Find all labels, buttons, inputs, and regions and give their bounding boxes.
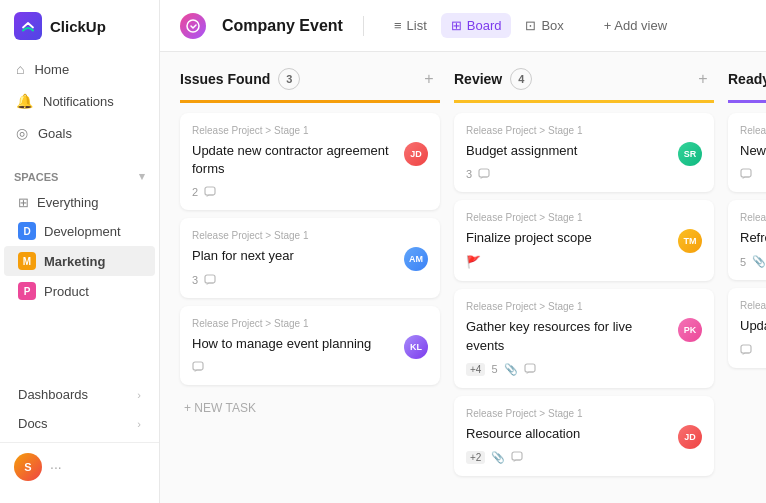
card-breadcrumb: Release Project > Stage 1: [466, 408, 702, 419]
card-footer: [192, 361, 428, 373]
card-title: Gather key resources for live events: [466, 318, 670, 354]
avatar: TM: [678, 229, 702, 253]
svg-rect-5: [525, 364, 535, 372]
spaces-section: Spaces ▾ ⊞ Everything D Development M Ma…: [0, 164, 159, 306]
card-title: Plan for next year: [192, 247, 294, 265]
space-label-development: Development: [44, 224, 121, 239]
table-row[interactable]: Release Project > Stage 1Resource alloca…: [454, 396, 714, 476]
badge-plus: +4: [466, 363, 485, 376]
sidebar-item-dashboards[interactable]: Dashboards ›: [4, 380, 155, 409]
dashboards-label: Dashboards: [18, 387, 88, 402]
space-dot-development: D: [18, 222, 36, 240]
main-content: Company Event ≡ List ⊞ Board ⊡ Box + Add…: [160, 0, 766, 503]
column-count: 4: [510, 68, 532, 90]
table-row[interactable]: Release Project > Stage 1Plan for next y…: [180, 218, 440, 297]
card-footer: 2: [192, 186, 428, 198]
space-dot-marketing: M: [18, 252, 36, 270]
table-row[interactable]: Release Project > Stage 1Gather key reso…: [454, 289, 714, 387]
sidebar-item-everything[interactable]: ⊞ Everything: [4, 189, 155, 216]
space-label-marketing: Marketing: [44, 254, 105, 269]
user-area[interactable]: S ···: [0, 442, 159, 491]
meta-count: 5: [740, 256, 746, 268]
badge-plus: +2: [466, 451, 485, 464]
table-row[interactable]: Release Project > Stage 1Refresh company…: [728, 200, 766, 280]
column-header-issues: Issues Found3+: [180, 68, 440, 103]
comment-icon: [204, 274, 216, 286]
logo[interactable]: ClickUp: [0, 12, 159, 54]
sidebar-item-home[interactable]: ⌂ Home: [8, 54, 151, 84]
tab-board-label: Board: [467, 18, 502, 33]
sidebar-item-marketing[interactable]: M Marketing: [4, 246, 155, 276]
comment-icon: [192, 361, 204, 373]
svg-rect-2: [205, 275, 215, 283]
page-icon: [180, 13, 206, 39]
spaces-header[interactable]: Spaces ▾: [0, 164, 159, 189]
space-label-everything: Everything: [37, 195, 98, 210]
space-label-product: Product: [44, 284, 89, 299]
meta-count: 3: [466, 168, 472, 180]
tab-board[interactable]: ⊞ Board: [441, 13, 512, 38]
sidebar-item-goals[interactable]: ◎ Goals: [8, 118, 151, 148]
nav-items: ⌂ Home 🔔 Notifications ◎ Goals: [0, 54, 159, 148]
card-breadcrumb: Release Project > Stage 1: [192, 230, 428, 241]
add-view-button[interactable]: + Add view: [594, 13, 677, 38]
nav-label-goals: Goals: [38, 126, 72, 141]
spaces-label: Spaces: [14, 171, 58, 183]
table-row[interactable]: Release Project > Stage 1New contractor …: [728, 113, 766, 192]
tab-list[interactable]: ≡ List: [384, 13, 437, 38]
nav-label-notifications: Notifications: [43, 94, 114, 109]
table-row[interactable]: Release Project > Stage 1Budget assignme…: [454, 113, 714, 192]
attachment-icon: 📎: [504, 363, 518, 376]
sidebar-item-docs[interactable]: Docs ›: [4, 409, 155, 438]
card-footer: +45📎: [466, 363, 702, 376]
header: Company Event ≡ List ⊞ Board ⊡ Box + Add…: [160, 0, 766, 52]
svg-rect-7: [741, 169, 751, 177]
table-row[interactable]: Release Project > Stage 1Update new cont…: [180, 113, 440, 210]
sidebar-item-development[interactable]: D Development: [4, 216, 155, 246]
table-row[interactable]: Release Project > Stage 1Finalize projec…: [454, 200, 714, 281]
card-title: Budget assignment: [466, 142, 577, 160]
card-title: New contractor agreement: [740, 142, 766, 160]
sidebar-bottom: Dashboards › Docs › S ···: [0, 380, 159, 491]
new-task-button[interactable]: + NEW TASK: [180, 393, 440, 423]
avatar: SR: [678, 142, 702, 166]
card-breadcrumb: Release Project > Stage 1: [466, 125, 702, 136]
svg-rect-3: [193, 362, 203, 370]
card-footer: [740, 168, 766, 180]
card-breadcrumb: Release Project > Stage 1: [192, 125, 428, 136]
user-menu-icon: ···: [50, 459, 62, 475]
comment-icon: [740, 168, 752, 180]
table-row[interactable]: Release Project > Stage 1Update key obje…: [728, 288, 766, 367]
card-footer: 5📎: [740, 255, 766, 268]
svg-rect-9: [741, 345, 751, 353]
nav-label-home: Home: [34, 62, 69, 77]
card-breadcrumb: Release Project > Stage 1: [740, 300, 766, 311]
board: Issues Found3+Release Project > Stage 1U…: [160, 52, 766, 503]
comment-icon: [204, 186, 216, 198]
column-ready: Ready3+Release Project > Stage 1New cont…: [728, 68, 766, 376]
tab-box-label: Box: [541, 18, 563, 33]
svg-rect-6: [512, 452, 522, 460]
logo-icon: [14, 12, 42, 40]
chevron-right-icon-docs: ›: [137, 418, 141, 430]
avatar: AM: [404, 247, 428, 271]
sidebar-item-product[interactable]: P Product: [4, 276, 155, 306]
card-title: How to manage event planning: [192, 335, 371, 353]
avatar: JD: [678, 425, 702, 449]
column-add-button[interactable]: +: [692, 68, 714, 90]
meta-count: 2: [192, 186, 198, 198]
sidebar-item-notifications[interactable]: 🔔 Notifications: [8, 86, 151, 116]
card-breadcrumb: Release Project > Stage 1: [192, 318, 428, 329]
column-add-button[interactable]: +: [418, 68, 440, 90]
space-dot-product: P: [18, 282, 36, 300]
table-row[interactable]: Release Project > Stage 1How to manage e…: [180, 306, 440, 385]
svg-rect-4: [479, 169, 489, 177]
card-footer: [740, 344, 766, 356]
home-icon: ⌂: [16, 61, 24, 77]
flag-icon: 🚩: [466, 255, 481, 269]
tab-box[interactable]: ⊡ Box: [515, 13, 573, 38]
card-title: Resource allocation: [466, 425, 580, 443]
page-title: Company Event: [222, 17, 343, 35]
docs-label: Docs: [18, 416, 48, 431]
comment-icon: [511, 451, 523, 463]
